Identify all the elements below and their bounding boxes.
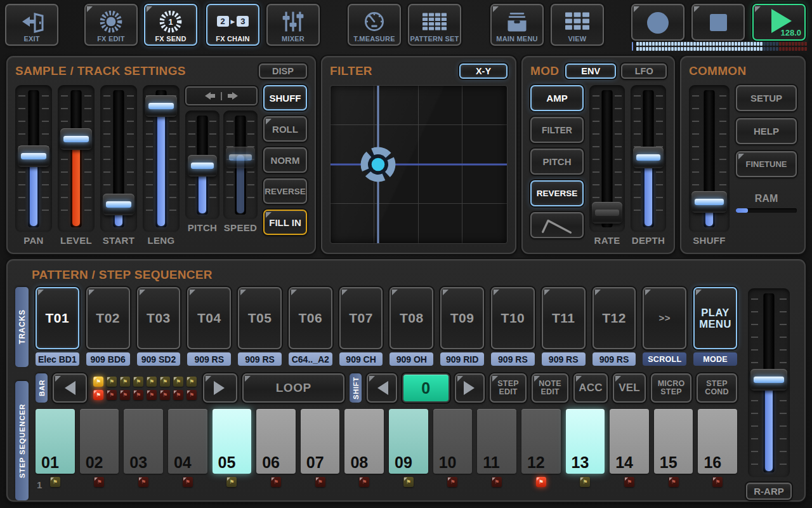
step-pad-13[interactable]: 13 [566, 409, 605, 474]
step-param-icon[interactable]: ⚑ [624, 477, 634, 487]
track-chip-909-oh[interactable]: 909 OH [390, 352, 433, 366]
track-chip-909-rid[interactable]: 909 RID [440, 352, 484, 366]
step-pad-12[interactable]: 12 [521, 409, 561, 474]
reverse-button[interactable]: REVERSE [530, 180, 584, 206]
step-edit-button[interactable]: STEPEDIT [490, 373, 527, 403]
pitch-button[interactable]: PITCH [530, 149, 584, 175]
step-pad-09[interactable]: 09 [389, 409, 428, 474]
lfo-tab[interactable]: LFO [621, 64, 667, 79]
play-button[interactable]: 128.0 [752, 4, 806, 41]
step-param-icon[interactable]: ⚑ [138, 477, 148, 487]
step-pad-03[interactable]: 03 [124, 409, 163, 474]
step-pad-15[interactable]: 15 [654, 409, 693, 474]
step-param-icon[interactable]: ⚑ [712, 477, 723, 487]
bar-indicator-icon[interactable]: ⚑ [187, 377, 197, 387]
track-chip-elec-bd1[interactable]: Elec BD1 [36, 352, 79, 366]
t-measure-button[interactable]: T.MEASURE [348, 4, 401, 46]
note-edit-button[interactable]: NOTEEDIT [532, 373, 568, 403]
step-pad-10[interactable]: 10 [433, 409, 473, 474]
step-param-icon[interactable]: ⚑ [669, 477, 679, 487]
bar-indicator-icon[interactable]: ⚑ [160, 377, 170, 387]
track-chip-c64-a2[interactable]: C64.._A2 [289, 352, 332, 366]
norm-button[interactable]: NORM [263, 147, 307, 173]
disp-button[interactable]: DISP [259, 64, 307, 79]
track-button-t05[interactable]: T05 [238, 287, 282, 349]
step-pad-07[interactable]: 07 [301, 409, 340, 474]
pitch-slider[interactable] [185, 110, 219, 220]
r-arp-button[interactable]: R-ARP [746, 483, 792, 500]
step-param-icon[interactable]: ⚑ [226, 477, 237, 487]
bar-indicator-icon[interactable]: ⚑ [107, 390, 117, 400]
amp-button[interactable]: AMP [530, 85, 584, 111]
mixer-button[interactable]: MIXER [266, 4, 320, 46]
fill-in-button[interactable]: FILL IN [263, 210, 307, 235]
speed-slider[interactable] [223, 110, 258, 220]
pattern-set-button[interactable]: PATTERN SET [408, 4, 461, 46]
setup-button[interactable]: SETUP [736, 85, 797, 111]
bar-indicator-icon[interactable]: ⚑ [120, 390, 130, 400]
track-chip-scroll[interactable]: SCROLL [643, 352, 686, 366]
track-button-t03[interactable]: T03 [137, 287, 181, 349]
step-param-icon[interactable]: ⚑ [492, 477, 502, 487]
bar-indicator-icon[interactable]: ⚑ [107, 377, 117, 387]
rate-slider[interactable] [589, 85, 625, 232]
step-pad-14[interactable]: 14 [610, 409, 649, 474]
step-pad-11[interactable]: 11 [477, 409, 516, 474]
track-chip-909-ch[interactable]: 909 CH [339, 352, 383, 366]
shift-tab[interactable]: SHIFT [350, 373, 362, 403]
help-button[interactable]: HELP [736, 118, 797, 144]
step-sequencer-side-tab[interactable]: STEP SEQUENCER [15, 381, 29, 500]
start-slider[interactable] [100, 85, 137, 232]
track-button-t12[interactable]: T12 [593, 287, 636, 349]
track-chip-909-rs[interactable]: 909 RS [593, 352, 636, 366]
track-chip-909-rs[interactable]: 909 RS [542, 352, 586, 366]
bar-indicator-icon[interactable]: ⚑ [133, 390, 143, 400]
bar-indicator-icon[interactable]: ⚑ [133, 377, 143, 387]
step-param-icon[interactable]: ⚑ [536, 477, 546, 487]
shift-right-button[interactable] [455, 373, 485, 403]
track-button--[interactable]: >> [643, 287, 686, 349]
step-pad-01[interactable]: 01 [36, 409, 75, 474]
vel-button[interactable]: VEL [613, 373, 646, 403]
track-button-play-menu[interactable]: PLAY MENU [693, 287, 737, 349]
acc-button[interactable]: ACC [573, 373, 608, 403]
track-chip-909-sd2[interactable]: 909 SD2 [137, 352, 181, 366]
finetune-button[interactable]: FINETUNE [736, 151, 797, 177]
step-pad-04[interactable]: 04 [168, 409, 207, 474]
step-pad-16[interactable]: 16 [698, 409, 737, 474]
view-button[interactable]: VIEW [551, 4, 604, 46]
step-param-icon[interactable]: ⚑ [580, 477, 590, 487]
bar-indicator-icon[interactable]: ⚑ [173, 377, 183, 387]
envelope-shape-button[interactable] [530, 212, 584, 238]
bar-indicator-icon[interactable]: ⚑ [160, 390, 170, 400]
reverse-button[interactable]: REVERSE [263, 178, 307, 204]
step-param-icon[interactable]: ⚑ [271, 477, 281, 487]
step-param-icon[interactable]: ⚑ [359, 477, 369, 487]
bar-indicator-icon[interactable]: ⚑ [93, 390, 103, 400]
leng-slider[interactable] [143, 85, 180, 232]
track-button-t02[interactable]: T02 [86, 287, 130, 349]
track-chip-mode[interactable]: MODE [693, 352, 737, 366]
step-param-icon[interactable]: ⚑ [183, 477, 193, 487]
shuff-button[interactable]: SHUFF [263, 85, 307, 110]
track-chip-909-rs[interactable]: 909 RS [187, 352, 231, 366]
depth-slider[interactable] [631, 85, 666, 232]
roll-button[interactable]: ROLL [263, 116, 307, 142]
xy-cursor-puck[interactable] [358, 145, 398, 184]
fx-send-button[interactable]: 1 FX SEND [144, 4, 197, 46]
env-tab[interactable]: ENV [565, 64, 616, 79]
fx-chain-button[interactable]: 2 ▶ 3 FX CHAIN [206, 4, 259, 46]
stop-button[interactable] [691, 4, 745, 41]
step-param-icon[interactable]: ⚑ [315, 477, 325, 487]
track-button-t08[interactable]: T08 [390, 287, 433, 349]
fx-edit-button[interactable]: FX EDIT [84, 4, 138, 46]
record-button[interactable] [631, 4, 684, 41]
bar-tab[interactable]: BAR [36, 373, 48, 403]
sample-nudge-widget[interactable] [185, 86, 258, 105]
track-button-t09[interactable]: T09 [440, 287, 484, 349]
main-menu-button[interactable]: MAIN MENU [490, 4, 544, 46]
level-slider[interactable] [58, 85, 95, 232]
step-param-icon[interactable]: ⚑ [94, 477, 104, 487]
shift-left-button[interactable] [367, 373, 396, 403]
track-button-t07[interactable]: T07 [339, 287, 383, 349]
